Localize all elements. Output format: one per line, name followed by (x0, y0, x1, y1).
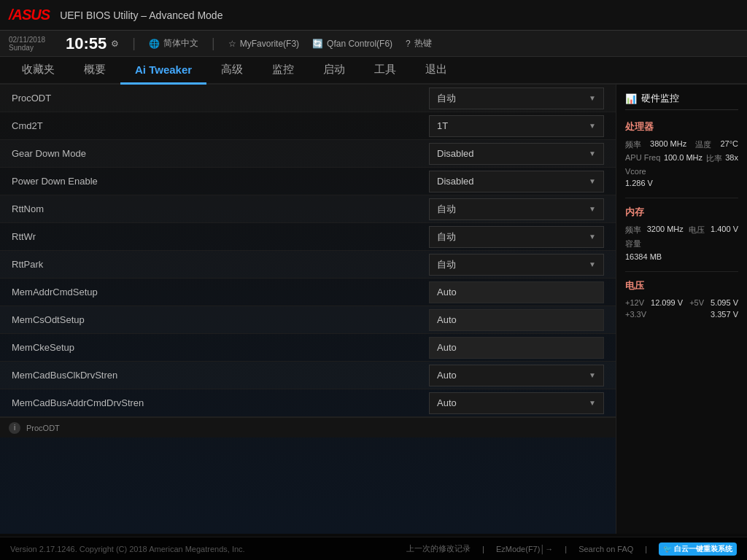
globe-icon: 🌐 (149, 39, 160, 49)
info-icon: i (9, 422, 20, 434)
setting-control[interactable] (429, 337, 604, 359)
setting-label: MemAddrCmdSetup (12, 287, 429, 298)
nav-item-boot[interactable]: 启动 (309, 57, 360, 85)
setting-label: RttPark (12, 259, 429, 270)
copyright-text: Version 2.17.1246. Copyright (C) 2018 Am… (10, 545, 245, 553)
setting-label: MemCsOdtSetup (12, 314, 429, 325)
change-log-link[interactable]: 上一次的修改记录 (406, 543, 471, 554)
chevron-down-icon: ▼ (589, 399, 596, 407)
nav-item-exit[interactable]: 退出 (411, 57, 462, 85)
nav-item-collections[interactable]: 收藏夹 (7, 57, 69, 85)
sidebar-title: 📊 硬件监控 (625, 92, 738, 110)
footer-sep: | (482, 545, 484, 553)
chevron-down-icon: ▼ (589, 122, 596, 130)
cpu-freq-row: 频率 3800 MHz 温度 27°C (625, 139, 738, 150)
table-row: RttPark自动▼ (0, 251, 616, 279)
sidebar-divider-2 (625, 271, 738, 272)
table-row: MemAddrCmdSetup (0, 279, 616, 306)
question-icon: ? (406, 39, 411, 49)
dropdown-memcadbusaddrcmddrvstren[interactable]: Auto▼ (429, 392, 604, 414)
dropdown-gear-down-mode[interactable]: Disabled▼ (429, 143, 604, 165)
nav-item-ai-tweaker[interactable]: Ai Tweaker (120, 57, 206, 85)
chevron-down-icon: ▼ (589, 233, 596, 241)
nav-item-tools[interactable]: 工具 (360, 57, 411, 85)
table-row: ProcODT自动▼ (0, 85, 616, 112)
language-selector[interactable]: 🌐 简体中文 (149, 37, 198, 50)
setting-control[interactable]: 1T▼ (429, 115, 604, 137)
dropdown-rttnom[interactable]: 自动▼ (429, 198, 604, 220)
dropdown-power-down-enable[interactable]: Disabled▼ (429, 171, 604, 192)
table-row: RttWr自动▼ (0, 223, 616, 251)
setting-control[interactable]: 自动▼ (429, 88, 604, 109)
text-input-memckesetup[interactable] (429, 337, 604, 359)
dropdown-value: Auto (437, 370, 457, 381)
setting-control[interactable]: 自动▼ (429, 226, 604, 248)
setting-label: MemCadBusClkDrvStren (12, 370, 429, 381)
dropdown-value: 自动 (437, 203, 456, 216)
hotkey-btn[interactable]: ? 热键 (406, 37, 432, 50)
table-row: MemCadBusClkDrvStrenAuto▼ (0, 362, 616, 389)
sidebar-divider-1 (625, 198, 738, 198)
setting-control[interactable]: 自动▼ (429, 198, 604, 220)
setting-label: MemCadBusAddrCmdDrvStren (12, 397, 429, 408)
datetime: 02/11/2018 Sunday (9, 36, 45, 52)
nav-item-monitor[interactable]: 监控 (258, 57, 309, 85)
dropdown-value: 自动 (437, 258, 456, 271)
setting-control[interactable]: 自动▼ (429, 254, 604, 276)
chevron-down-icon: ▼ (589, 94, 596, 102)
dropdown-rttwr[interactable]: 自动▼ (429, 226, 604, 248)
ez-mode-link[interactable]: EzMode(F7)│→ (496, 545, 553, 553)
chevron-down-icon: ▼ (589, 149, 596, 158)
nav-item-advanced[interactable]: 高级 (206, 57, 258, 85)
footer-sep2: | (565, 545, 567, 553)
date-display: 02/11/2018 Sunday (9, 36, 45, 52)
main-nav: 收藏夹 概要 Ai Tweaker 高级 监控 启动 工具 退出 (0, 57, 747, 85)
setting-label: Power Down Enable (12, 176, 429, 187)
table-row: MemCsOdtSetup (0, 306, 616, 334)
setting-control[interactable]: Disabled▼ (429, 171, 604, 192)
table-row: Power Down EnableDisabled▼ (0, 168, 616, 195)
setting-control[interactable]: Auto▼ (429, 365, 604, 386)
search-faq-link[interactable]: Search on FAQ (578, 545, 633, 553)
table-row: Cmd2T1T▼ (0, 112, 616, 140)
dropdown-memcadbusclkdrvstren[interactable]: Auto▼ (429, 365, 604, 386)
footer-sep3: | (645, 545, 647, 553)
setting-label: RttNom (12, 203, 429, 214)
voltage-33v-row: +3.3V 3.357 V (625, 310, 738, 319)
chevron-down-icon: ▼ (589, 260, 596, 268)
time-display: 10:55 ⚙ (66, 36, 119, 52)
apu-freq-row: APU Freq 100.0 MHz 比率 38x (625, 153, 738, 164)
monitor-icon: 📊 (625, 93, 637, 104)
my-favorite-btn[interactable]: ☆ MyFavorite(F3) (228, 39, 299, 49)
twitter-badge[interactable]: 🐦 白云一键重装系统 (659, 542, 737, 556)
setting-label: Gear Down Mode (12, 148, 429, 159)
setting-control[interactable]: Auto▼ (429, 392, 604, 414)
qfan-control-btn[interactable]: 🔄 Qfan Control(F6) (312, 39, 392, 49)
setting-control[interactable] (429, 281, 604, 303)
settings-content: ProcODT自动▼Cmd2T1T▼Gear Down ModeDisabled… (0, 85, 616, 534)
dropdown-value: 1T (437, 120, 448, 131)
star-icon: ☆ (228, 39, 236, 49)
dropdown-value: Auto (437, 397, 457, 408)
text-input-memaddrcmdsetup[interactable] (429, 281, 604, 303)
memory-section-title: 内存 (625, 206, 738, 219)
dropdown-rttpark[interactable]: 自动▼ (429, 254, 604, 276)
dropdown-procodt[interactable]: 自动▼ (429, 88, 604, 109)
voltage-section: 电压 +12V 12.099 V +5V 5.095 V +3.3V 3.357… (625, 279, 738, 319)
voltage-section-title: 电压 (625, 279, 738, 292)
dropdown-value: 自动 (437, 92, 456, 105)
main-area: ProcODT自动▼Cmd2T1T▼Gear Down ModeDisabled… (0, 85, 747, 534)
setting-label: Cmd2T (12, 120, 429, 131)
text-input-memcsodtsetup[interactable] (429, 309, 604, 331)
chevron-down-icon: ▼ (589, 177, 596, 185)
cpu-section-title: 处理器 (625, 120, 738, 133)
dropdown-cmd2t[interactable]: 1T▼ (429, 115, 604, 137)
table-row: MemCkeSetup (0, 334, 616, 362)
nav-item-overview[interactable]: 概要 (69, 57, 120, 85)
footer-links: 上一次的修改记录 | EzMode(F7)│→ | Search on FAQ … (406, 542, 737, 556)
setting-control[interactable] (429, 309, 604, 331)
table-row: MemCadBusAddrCmdDrvStrenAuto▼ (0, 389, 616, 417)
settings-icon[interactable]: ⚙ (111, 39, 119, 49)
copyright-footer: Version 2.17.1246. Copyright (C) 2018 Am… (0, 537, 747, 560)
setting-control[interactable]: Disabled▼ (429, 143, 604, 165)
